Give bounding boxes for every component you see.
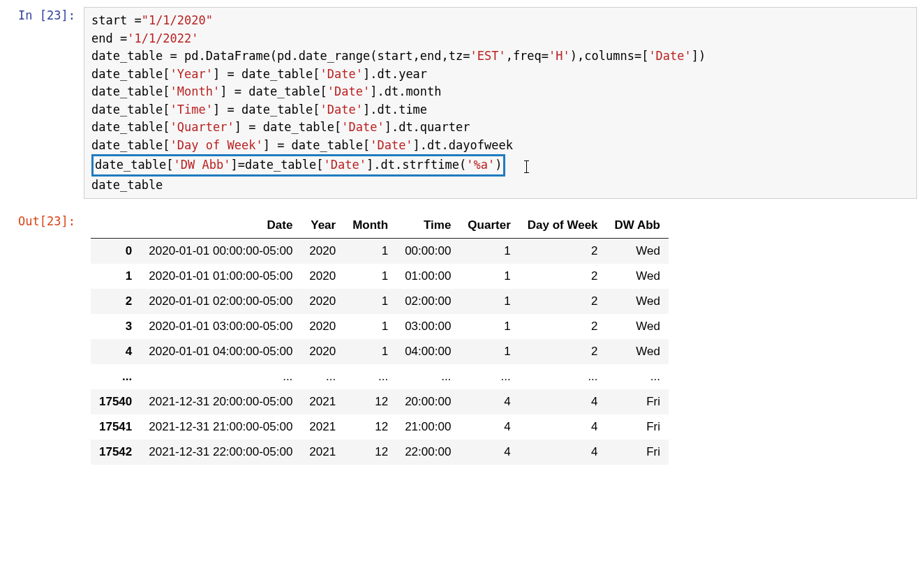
table-cell: 20:00:00 (396, 389, 459, 414)
table-cell: 2 (519, 314, 606, 339)
code-line[interactable]: date_table (91, 177, 909, 195)
table-row: 175422021-12-31 22:00:00-05:0020211222:0… (91, 440, 669, 465)
table-cell: 1 (344, 239, 396, 264)
table-cell: 2020 (301, 264, 344, 289)
table-row: ........................ (91, 364, 669, 389)
table-cell: 00:00:00 (396, 239, 459, 264)
table-cell: 1 (344, 314, 396, 339)
row-index: 17541 (91, 414, 140, 440)
table-cell: 1 (344, 339, 396, 364)
table-cell: 1 (459, 264, 519, 289)
table-row: 32020-01-01 03:00:00-05:002020103:00:001… (91, 314, 669, 339)
table-cell: Wed (606, 314, 669, 339)
table-cell: ... (301, 364, 344, 389)
row-index: 2 (91, 289, 140, 314)
table-cell: 2021 (301, 440, 344, 465)
table-cell: 03:00:00 (396, 314, 459, 339)
code-line-highlighted[interactable]: date_table['DW Abb']=date_table['Date'].… (91, 154, 909, 177)
table-cell: 2 (519, 264, 606, 289)
index-header (91, 213, 140, 239)
column-header: Day of Week (519, 213, 606, 239)
table-cell: ... (519, 364, 606, 389)
input-cell: In [23]: start ="1/1/2020"end ='1/1/2022… (7, 7, 917, 199)
column-header: Month (344, 213, 396, 239)
table-cell: Wed (606, 264, 669, 289)
column-header: Quarter (459, 213, 519, 239)
table-row: 175402021-12-31 20:00:00-05:0020211220:0… (91, 389, 669, 414)
output-cell: Out[23]: DateYearMonthTimeQuarterDay of … (7, 199, 917, 472)
row-index: 4 (91, 339, 140, 364)
table-cell: 2020-01-01 00:00:00-05:00 (140, 239, 301, 264)
table-cell: 12 (344, 389, 396, 414)
table-cell: 2021 (301, 414, 344, 440)
table-row: 02020-01-01 00:00:00-05:002020100:00:001… (91, 239, 669, 264)
table-cell: 12 (344, 414, 396, 440)
table-cell: 2021-12-31 20:00:00-05:00 (140, 389, 301, 414)
table-cell: 1 (459, 289, 519, 314)
row-index: 0 (91, 239, 140, 264)
column-header: DW Abb (606, 213, 669, 239)
code-editor[interactable]: start ="1/1/2020"end ='1/1/2022'date_tab… (84, 7, 917, 199)
table-cell: 2 (519, 339, 606, 364)
table-row: 175412021-12-31 21:00:00-05:0020211221:0… (91, 414, 669, 440)
table-cell: 2 (519, 289, 606, 314)
table-cell: 4 (519, 389, 606, 414)
code-line[interactable]: end ='1/1/2022' (91, 30, 909, 48)
table-cell: 4 (459, 440, 519, 465)
code-line[interactable]: date_table['Day of Week'] = date_table['… (91, 137, 909, 155)
table-row: 12020-01-01 01:00:00-05:002020101:00:001… (91, 264, 669, 289)
table-cell: ... (606, 364, 669, 389)
table-cell: 01:00:00 (396, 264, 459, 289)
row-index: 1 (91, 264, 140, 289)
code-line[interactable]: date_table['Month'] = date_table['Date']… (91, 83, 909, 101)
table-cell: 2020-01-01 01:00:00-05:00 (140, 264, 301, 289)
table-cell: ... (396, 364, 459, 389)
row-index: 3 (91, 314, 140, 339)
table-cell: 2021 (301, 389, 344, 414)
table-cell: 02:00:00 (396, 289, 459, 314)
table-cell: 1 (459, 339, 519, 364)
table-cell: 12 (344, 440, 396, 465)
code-line[interactable]: date_table['Quarter'] = date_table['Date… (91, 119, 909, 137)
table-cell: 21:00:00 (396, 414, 459, 440)
code-line[interactable]: date_table['Year'] = date_table['Date'].… (91, 66, 909, 84)
code-line[interactable]: start ="1/1/2020" (91, 12, 909, 30)
table-cell: 2020-01-01 04:00:00-05:00 (140, 339, 301, 364)
table-cell: 1 (344, 289, 396, 314)
table-cell: 2020 (301, 289, 344, 314)
table-cell: 2 (519, 239, 606, 264)
table-cell: 2020 (301, 339, 344, 364)
table-cell: 2021-12-31 21:00:00-05:00 (140, 414, 301, 440)
table-cell: 1 (344, 264, 396, 289)
code-line[interactable]: date_table = pd.DataFrame(pd.date_range(… (91, 47, 909, 66)
table-cell: ... (344, 364, 396, 389)
table-cell: Fri (606, 440, 669, 465)
text-cursor-icon (526, 160, 527, 173)
table-cell: 2020 (301, 239, 344, 264)
table-row: 22020-01-01 02:00:00-05:002020102:00:001… (91, 289, 669, 314)
table-cell: 1 (459, 314, 519, 339)
code-line[interactable]: date_table['Time'] = date_table['Date'].… (91, 101, 909, 119)
table-cell: 4 (519, 440, 606, 465)
input-prompt: In [23]: (7, 7, 84, 199)
table-cell: 1 (459, 239, 519, 264)
table-cell: 2020-01-01 02:00:00-05:00 (140, 289, 301, 314)
row-index: 17540 (91, 389, 140, 414)
dataframe-table: DateYearMonthTimeQuarterDay of WeekDW Ab… (91, 213, 669, 465)
table-cell: Fri (606, 389, 669, 414)
table-cell: ... (140, 364, 301, 389)
table-cell: 4 (459, 389, 519, 414)
column-header: Date (140, 213, 301, 239)
table-cell: 2021-12-31 22:00:00-05:00 (140, 440, 301, 465)
table-cell: 22:00:00 (396, 440, 459, 465)
table-row: 42020-01-01 04:00:00-05:002020104:00:001… (91, 339, 669, 364)
column-header: Year (301, 213, 344, 239)
table-cell: Wed (606, 289, 669, 314)
table-cell: Wed (606, 239, 669, 264)
column-header: Time (396, 213, 459, 239)
output-prompt: Out[23]: (7, 199, 84, 472)
row-index: ... (91, 364, 140, 389)
table-cell: 4 (519, 414, 606, 440)
table-cell: 4 (459, 414, 519, 440)
table-cell: Wed (606, 339, 669, 364)
